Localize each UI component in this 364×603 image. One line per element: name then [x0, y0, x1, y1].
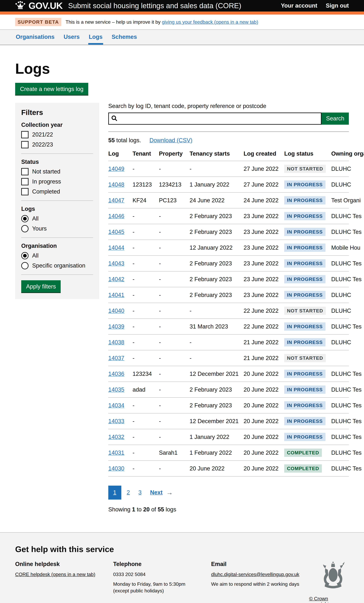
checkbox-icon[interactable]	[21, 131, 28, 138]
log-id-link[interactable]: 14035	[108, 386, 124, 393]
pagination-page-2[interactable]: 2	[124, 486, 133, 499]
telephone-heading: Telephone	[113, 561, 211, 568]
log-id-link[interactable]: 14030	[108, 465, 124, 472]
pagination-current-page[interactable]: 1	[108, 486, 121, 499]
feedback-link[interactable]: giving us your feedback (opens in a new …	[162, 19, 258, 24]
tenancy-starts-cell: -	[189, 161, 244, 177]
checkbox-icon[interactable]	[21, 188, 28, 195]
radio-logs-yours[interactable]: Yours	[21, 225, 93, 232]
log-status-badge: COMPLETED	[284, 449, 322, 457]
tenancy-starts-cell: 20 June 2022	[189, 461, 244, 476]
search-input[interactable]	[108, 113, 322, 125]
property-cell: -	[159, 224, 189, 240]
nav-item-users[interactable]: Users	[63, 30, 80, 45]
log-id-link[interactable]: 14038	[108, 339, 124, 345]
tenancy-starts-cell: 2 February 2023	[189, 208, 244, 224]
your-account-link[interactable]: Your account	[281, 2, 317, 9]
table-row: 14035adad-2 February 202320 June 2022IN …	[108, 382, 349, 397]
log-status-badge: IN PROGRESS	[284, 180, 325, 189]
log-id-link[interactable]: 14033	[108, 418, 124, 424]
checkbox-in-progress[interactable]: In progress	[21, 178, 93, 185]
table-row: 14034--2 February 202320 June 2022IN PRO…	[108, 397, 349, 413]
tenant-cell: KF24	[133, 192, 159, 208]
log-id-link[interactable]: 14040	[108, 307, 124, 314]
radio-specific-organisation[interactable]: Specific organisation	[21, 262, 93, 269]
apply-filters-button[interactable]: Apply filters	[21, 280, 61, 292]
radio-icon-checked[interactable]	[21, 215, 28, 222]
nav-item-schemes[interactable]: Schemes	[111, 30, 138, 45]
log-id-link[interactable]: 14034	[108, 402, 124, 408]
property-cell: -	[159, 397, 189, 413]
log-id-link[interactable]: 14039	[108, 323, 124, 330]
table-row: 14036123234-12 December 202120 June 2022…	[108, 366, 349, 382]
property-cell: -	[159, 366, 189, 382]
tenant-cell: -	[133, 208, 159, 224]
footer-helpdesk-column: Online helpdesk CORE helpdesk (opens in …	[15, 561, 113, 603]
checkbox-2022-23[interactable]: 2022/23	[21, 141, 93, 148]
email-link[interactable]: dluhc.digital-services@levellingup.gov.u…	[211, 571, 299, 578]
create-lettings-log-button[interactable]: Create a new lettings log	[15, 83, 88, 95]
checkbox-not-started[interactable]: Not started	[21, 168, 93, 175]
radio-icon[interactable]	[21, 225, 28, 232]
search-button[interactable]: Search	[322, 113, 349, 125]
nav-item-organisations[interactable]: Organisations	[15, 30, 55, 45]
page-title: Logs	[15, 61, 349, 77]
log-id-link[interactable]: 14043	[108, 260, 124, 267]
radio-logs-all[interactable]: All	[21, 215, 93, 222]
log-id-link[interactable]: 14037	[108, 355, 124, 361]
email-heading: Email	[211, 561, 309, 568]
col-header-owning-organisation: Owning organisation	[331, 151, 349, 161]
radio-icon-checked[interactable]	[21, 252, 28, 259]
log-status-badge: IN PROGRESS	[284, 275, 325, 283]
checkbox-icon[interactable]	[21, 168, 28, 175]
log-status-badge: COMPLETED	[284, 464, 322, 473]
log-id-link[interactable]: 14048	[108, 181, 124, 188]
log-id-link[interactable]: 14036	[108, 371, 124, 377]
log-id-link[interactable]: 14047	[108, 197, 124, 203]
filters-divider	[21, 237, 93, 238]
table-row: 14044--12 January 202223 June 2022IN PRO…	[108, 240, 349, 255]
showing-summary: Showing 1 to 20 of 55 logs	[108, 506, 349, 513]
search-row: Search	[108, 113, 349, 125]
log-id-link[interactable]: 14031	[108, 449, 124, 456]
arrow-right-icon: →	[166, 489, 173, 497]
pagination: 1 2 3 Next →	[108, 486, 349, 499]
col-header-log-status: Log status	[284, 151, 331, 161]
radio-organisation-all[interactable]: All	[21, 252, 93, 259]
log-id-link[interactable]: 14045	[108, 229, 124, 235]
filters-divider	[21, 275, 93, 275]
log-status-badge: IN PROGRESS	[284, 244, 325, 252]
pagination-next-link[interactable]: Next	[147, 486, 164, 499]
radio-icon[interactable]	[21, 262, 28, 269]
log-id-link[interactable]: 14049	[108, 165, 124, 172]
checkbox-2021-22[interactable]: 2021/22	[21, 131, 93, 138]
checkbox-icon[interactable]	[21, 141, 28, 148]
log-id-link[interactable]: 14046	[108, 213, 124, 219]
telephone-number: 0333 202 5084	[113, 571, 146, 578]
checkbox-completed[interactable]: Completed	[21, 188, 93, 195]
log-id-link[interactable]: 14032	[108, 434, 124, 440]
core-helpdesk-link[interactable]: CORE helpdesk (opens in a new tab)	[15, 571, 95, 578]
sign-out-link[interactable]: Sign out	[326, 2, 349, 9]
header-left: GOV.UK Submit social housing lettings an…	[15, 0, 281, 11]
checkbox-label: 2021/22	[32, 131, 53, 138]
radio-label: Specific organisation	[32, 262, 85, 269]
checkbox-label: Completed	[32, 188, 60, 195]
pagination-page-3[interactable]: 3	[135, 486, 144, 499]
service-name[interactable]: Submit social housing lettings and sales…	[68, 1, 241, 10]
checkbox-icon[interactable]	[21, 178, 28, 185]
log-created-cell: 21 June 2022	[244, 334, 284, 350]
nav-item-logs[interactable]: Logs	[88, 30, 103, 45]
table-row: 14047KF24PC12324 June 202224 June 2022IN…	[108, 192, 349, 208]
log-id-link[interactable]: 14044	[108, 244, 124, 251]
showing-text: of	[150, 506, 158, 513]
govuk-logotype[interactable]: GOV.UK	[28, 0, 63, 11]
log-status-badge: IN PROGRESS	[284, 196, 325, 204]
log-id-link[interactable]: 14041	[108, 292, 124, 298]
download-csv-link[interactable]: Download (CSV)	[150, 137, 192, 143]
log-id-link[interactable]: 14042	[108, 276, 124, 282]
owning-organisation-cell: DLUHC Tes	[331, 429, 349, 445]
log-created-cell: 20 June 2022	[244, 366, 284, 382]
crown-copyright-link[interactable]: © Crown copyright	[309, 596, 349, 603]
footer-crest-column: © Crown copyright	[309, 561, 349, 603]
